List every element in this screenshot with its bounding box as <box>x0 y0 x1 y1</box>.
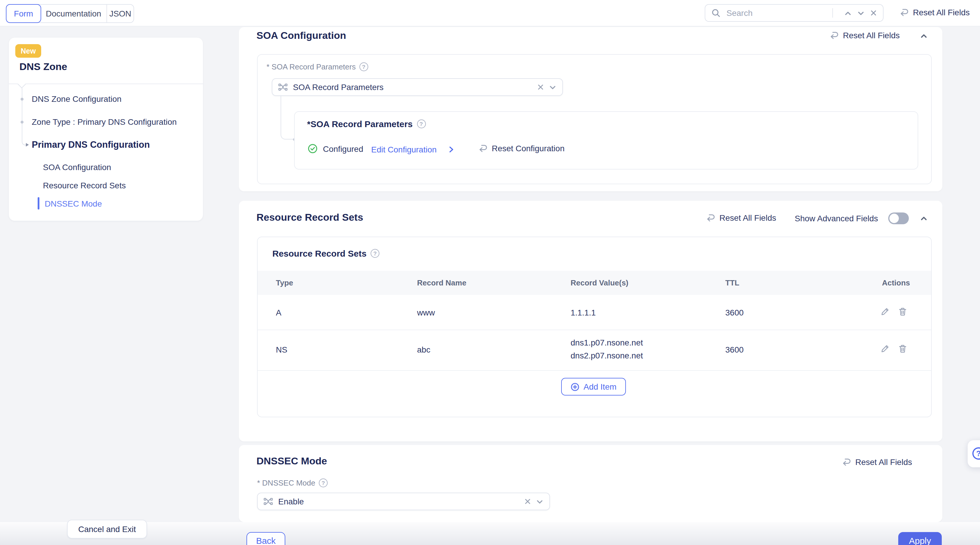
rrs-collapse-icon[interactable] <box>920 215 928 223</box>
active-item-indicator <box>38 197 40 210</box>
reset-configuration-button[interactable]: Reset Configuration <box>478 143 565 153</box>
table-row: A www 1.1.1.1 3600 <box>258 295 931 330</box>
apply-button[interactable]: Apply <box>898 532 942 545</box>
resource-record-sets-section: Resource Record Sets Reset All Fields Sh… <box>239 201 942 441</box>
soa-configuration-section: SOA Configuration Reset All Fields * SOA… <box>239 27 942 191</box>
soa-record-parameters-fieldset: * SOA Record Parameters SOA Record Param… <box>257 54 932 184</box>
search-prev-icon[interactable] <box>844 9 852 17</box>
dnssec-section-title: DNSSEC Mode <box>256 456 327 467</box>
sidebar-collapse-notch[interactable] <box>18 80 26 88</box>
soa-field-label: * SOA Record Parameters <box>266 62 368 71</box>
wizard-sidebar: New DNS Zone DNS Zone Configuration Zone… <box>9 38 203 221</box>
delete-icon[interactable] <box>898 344 908 354</box>
add-item-button[interactable]: Add Item <box>561 378 626 395</box>
reset-all-fields-button-top[interactable]: Reset All Fields <box>899 8 970 17</box>
sidebar-item-resource-record-sets[interactable]: Resource Record Sets <box>43 181 126 190</box>
soa-inner-title: *SOA Record Parameters <box>307 119 426 129</box>
search-divider <box>832 8 833 18</box>
tab-json[interactable]: JSON <box>107 5 134 22</box>
delete-icon[interactable] <box>898 307 908 317</box>
column-actions: Actions <box>882 278 910 287</box>
cell-ttl: 3600 <box>725 308 743 317</box>
table-row: NS abc dns1.p07.nsone.net dns2.p07.nsone… <box>258 330 931 371</box>
help-floating-button[interactable] <box>968 440 980 467</box>
search-input[interactable] <box>725 8 829 18</box>
reset-icon <box>478 143 488 153</box>
soa-record-parameters-card: *SOA Record Parameters Configured Edit C… <box>294 111 918 169</box>
sidebar-item-primary-dns-configuration[interactable]: Primary DNS Configuration <box>32 140 150 150</box>
shuffle-icon <box>278 83 288 92</box>
rrs-table-title: Resource Record Sets <box>272 249 379 258</box>
show-advanced-fields-toggle[interactable] <box>888 212 909 224</box>
search-clear-icon[interactable] <box>870 10 877 16</box>
chevron-right-icon[interactable] <box>448 146 455 153</box>
dnssec-mode-section: DNSSEC Mode Reset All Fields * DNSSEC Mo… <box>239 445 942 522</box>
tree-bullet <box>21 97 24 100</box>
row-divider <box>258 370 931 371</box>
reset-icon <box>842 457 851 467</box>
search-next-icon[interactable] <box>857 9 865 17</box>
tree-arrow-icon <box>26 143 29 147</box>
toggle-knob <box>889 214 899 223</box>
soa-status-row: Configured <box>308 143 363 154</box>
help-icon[interactable] <box>417 120 426 128</box>
search-icon <box>711 8 721 18</box>
rrs-reset-all-fields-button[interactable]: Reset All Fields <box>706 213 776 223</box>
soa-reset-all-fields-button[interactable]: Reset All Fields <box>829 30 900 40</box>
cell-type: A <box>276 308 282 317</box>
tree-bullet <box>21 120 24 123</box>
clear-selection-icon[interactable] <box>537 84 544 91</box>
back-button[interactable]: Back <box>247 532 285 545</box>
dns-zone-form-page: Form Documentation JSON Reset All Fields <box>0 0 980 545</box>
cell-record-value: dns1.p07.nsone.net <box>571 338 643 347</box>
view-tab-group: Form Documentation JSON <box>6 4 134 23</box>
tab-documentation[interactable]: Documentation <box>41 5 107 22</box>
dnssec-field-label: * DNSSEC Mode <box>257 478 328 487</box>
column-type: Type <box>276 278 293 287</box>
sidebar-item-dnssec-mode[interactable]: DNSSEC Mode <box>45 199 102 208</box>
clear-selection-icon[interactable] <box>524 498 531 505</box>
rrs-table-card: Resource Record Sets Type Record Name Re… <box>257 237 932 417</box>
rrs-section-title: Resource Record Sets <box>256 212 363 224</box>
shuffle-icon <box>264 497 273 506</box>
sidebar-item-dns-zone-configuration[interactable]: DNS Zone Configuration <box>32 94 121 104</box>
search-box <box>705 4 883 22</box>
new-badge: New <box>15 44 41 58</box>
soa-section-title: SOA Configuration <box>256 30 346 42</box>
edit-configuration-link[interactable]: Edit Configuration <box>371 145 437 154</box>
cell-ttl: 3600 <box>725 345 743 354</box>
check-circle-icon <box>308 143 318 154</box>
sidebar-title: DNS Zone <box>19 61 67 73</box>
top-bar: Form Documentation JSON Reset All Fields <box>0 0 980 27</box>
cell-record-name: www <box>417 308 435 317</box>
dnssec-reset-all-fields-button[interactable]: Reset All Fields <box>842 457 912 467</box>
sidebar-divider <box>9 84 203 84</box>
nested-field-connector <box>281 96 294 140</box>
table-header-row: Type Record Name Record Value(s) TTL Act… <box>258 271 931 295</box>
question-circle-icon <box>972 447 980 460</box>
cell-record-value: 1.1.1.1 <box>571 308 596 317</box>
tree-connector-line <box>22 88 27 145</box>
reset-icon <box>899 8 909 17</box>
dnssec-mode-select[interactable]: Enable <box>257 492 550 510</box>
cancel-and-exit-button[interactable]: Cancel and Exit <box>67 520 147 539</box>
cell-record-name: abc <box>417 345 430 354</box>
help-icon[interactable] <box>371 249 379 258</box>
configured-status: Configured <box>323 144 363 153</box>
sidebar-item-soa-configuration[interactable]: SOA Configuration <box>43 163 111 172</box>
sidebar-item-zone-type[interactable]: Zone Type : Primary DNS Configuration <box>32 117 177 126</box>
help-icon[interactable] <box>319 478 328 487</box>
cell-record-value: dns2.p07.nsone.net <box>571 351 643 360</box>
tab-form[interactable]: Form <box>6 4 41 23</box>
edit-icon[interactable] <box>880 307 890 317</box>
soa-record-parameters-select[interactable]: SOA Record Parameters <box>272 78 563 96</box>
plus-circle-icon <box>571 382 579 391</box>
soa-collapse-icon[interactable] <box>920 32 928 40</box>
chevron-down-icon[interactable] <box>549 83 557 91</box>
edit-icon[interactable] <box>880 344 890 354</box>
column-record-name: Record Name <box>417 278 466 287</box>
show-advanced-fields-label: Show Advanced Fields <box>795 214 878 223</box>
reset-icon <box>829 30 839 40</box>
help-icon[interactable] <box>359 62 368 71</box>
chevron-down-icon[interactable] <box>536 498 544 505</box>
